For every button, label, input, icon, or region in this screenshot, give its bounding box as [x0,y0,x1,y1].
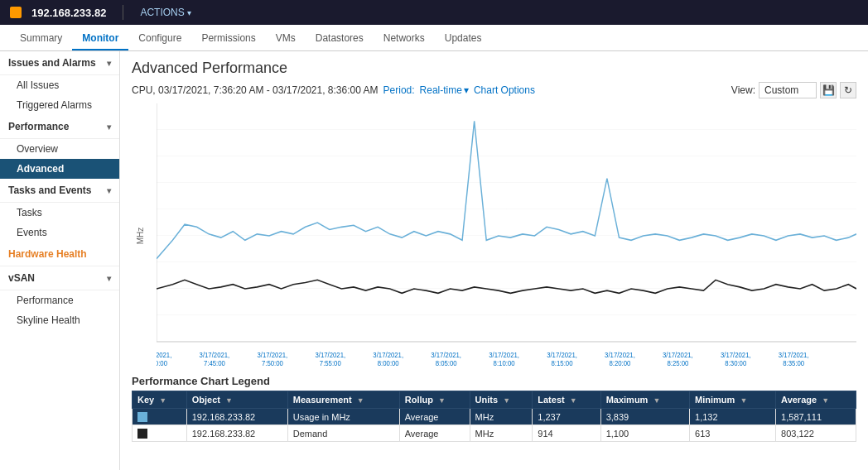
svg-text:7:55:00: 7:55:00 [320,359,341,367]
minimum-1: 1,132 [690,409,776,425]
tab-networks[interactable]: Networks [374,27,435,50]
header-divider [123,5,123,20]
sidebar-item-events[interactable]: Events [0,223,119,242]
rollup-1: Average [399,409,470,425]
color-box-blue [137,412,147,422]
actions-button[interactable]: ACTIONS ▾ [140,7,190,18]
period-caret: ▾ [464,84,469,96]
top-header: 192.168.233.82 ACTIONS ▾ [0,0,868,25]
svg-text:3/17/2021,: 3/17/2021, [663,352,693,359]
svg-text:3/17/2021,: 3/17/2021, [258,352,288,359]
host-ip: 192.168.233.82 [31,7,106,19]
object-2: 192.168.233.82 [186,425,287,442]
chevron-icon: ▾ [107,59,111,68]
sidebar-item-advanced[interactable]: Advanced [0,159,119,179]
tab-monitor[interactable]: Monitor [72,27,128,50]
sidebar-item-triggered-alarms[interactable]: Triggered Alarms [0,95,119,115]
view-label: View: [731,84,755,96]
units-2: MHz [470,425,533,442]
host-icon [10,7,22,18]
svg-text:3/17/2021,: 3/17/2021, [605,352,635,359]
minimum-2: 613 [690,425,776,442]
legend-row-1: 192.168.233.82 Usage in MHz Average MHz … [133,409,856,425]
tab-summary[interactable]: Summary [10,27,72,50]
svg-text:AM: AM [326,367,335,368]
svg-text:3/17/2021,: 3/17/2021, [547,352,577,359]
sidebar-section-issues[interactable]: Issues and Alarms ▾ [0,51,119,75]
page-title: Advanced Performance [132,60,856,77]
y-axis-label: MHz [136,228,145,245]
sidebar-section-hardware[interactable]: Hardware Health [0,242,119,266]
tab-bar: Summary Monitor Configure Permissions VM… [0,25,868,51]
sidebar-section-vsan[interactable]: vSAN ▾ [0,266,119,290]
tab-vms[interactable]: VMs [266,27,306,50]
sidebar-item-skyline-health[interactable]: Skyline Health [0,310,119,330]
svg-text:3/17/2021,: 3/17/2021, [489,352,519,359]
svg-text:8:10:00: 8:10:00 [494,359,515,367]
svg-text:AM: AM [499,367,509,368]
tab-updates[interactable]: Updates [435,27,492,50]
svg-text:AM: AM [383,367,393,368]
latest-1: 1,237 [533,409,600,425]
view-container: View: Custom 💾 ↻ [731,82,856,98]
chart-options-link[interactable]: Chart Options [474,84,535,96]
sidebar-section-tasks[interactable]: Tasks and Events ▾ [0,179,119,203]
svg-text:AM: AM [731,367,740,368]
chart-controls: CPU, 03/17/2021, 7:36:20 AM - 03/17/2021… [132,82,856,98]
content-area: Advanced Performance CPU, 03/17/2021, 7:… [120,51,868,470]
refresh-button[interactable]: ↻ [840,82,856,98]
chart-info: CPU, 03/17/2021, 7:36:20 AM - 03/17/2021… [132,84,379,96]
col-maximum[interactable]: Maximum ▼ [600,391,689,409]
col-latest[interactable]: Latest ▼ [533,391,600,409]
svg-text:3/17/2021,: 3/17/2021, [721,352,751,359]
average-1: 1,587,111 [776,409,856,425]
sidebar-item-overview[interactable]: Overview [0,139,119,159]
col-average[interactable]: Average ▼ [776,391,856,409]
chevron-icon-tasks: ▾ [107,186,111,195]
tab-datastores[interactable]: Datastores [306,27,374,50]
svg-text:7:40:00: 7:40:00 [157,359,167,367]
svg-text:8:35:00: 8:35:00 [783,359,804,367]
chevron-icon-vsan: ▾ [107,274,111,283]
actions-caret: ▾ [187,8,191,17]
svg-text:8:05:00: 8:05:00 [436,359,457,367]
col-units[interactable]: Units ▼ [470,391,533,409]
svg-text:8:25:00: 8:25:00 [667,359,688,367]
svg-text:AM: AM [788,367,798,368]
chevron-icon-perf: ▾ [107,122,111,132]
svg-text:AM: AM [441,367,451,368]
col-measurement[interactable]: Measurement ▼ [287,391,399,409]
object-1: 192.168.233.82 [186,409,287,425]
tab-configure[interactable]: Configure [128,27,191,50]
key-1 [133,409,187,425]
svg-text:3/17/2021,: 3/17/2021, [431,352,461,359]
sidebar-section-performance[interactable]: Performance ▾ [0,115,119,139]
average-2: 803,122 [776,425,856,442]
svg-text:8:20:00: 8:20:00 [609,359,630,367]
sidebar-item-all-issues[interactable]: All Issues [0,75,119,95]
sidebar-item-tasks[interactable]: Tasks [0,203,119,223]
svg-text:AM: AM [557,367,567,368]
chart-wrapper: MHz 0 500 1000 1500 [132,103,856,368]
view-select[interactable]: Custom [759,82,817,98]
col-key[interactable]: Key ▼ [133,391,187,409]
svg-text:AM: AM [673,367,683,368]
col-rollup[interactable]: Rollup ▼ [399,391,470,409]
chart-area: 0 500 1000 1500 2000 2500 3000 3500 4000… [157,103,856,368]
legend-row-2: 192.168.233.82 Demand Average MHz 914 1,… [133,425,856,442]
period-select[interactable]: Real-time ▾ [420,84,469,96]
save-view-button[interactable]: 💾 [820,82,837,98]
measurement-1: Usage in MHz [287,409,399,425]
sidebar-item-vsan-performance[interactable]: Performance [0,290,119,310]
svg-text:3/17/2021,: 3/17/2021, [200,352,230,359]
svg-text:3/17/2021,: 3/17/2021, [157,352,171,359]
svg-text:AM: AM [615,367,625,368]
col-object[interactable]: Object ▼ [186,391,287,409]
latest-2: 914 [533,425,600,442]
col-minimum[interactable]: Minimum ▼ [690,391,776,409]
tab-permissions[interactable]: Permissions [191,27,265,50]
svg-rect-1 [157,103,856,342]
main-layout: Issues and Alarms ▾ All Issues Triggered… [0,51,868,470]
svg-text:7:45:00: 7:45:00 [204,359,225,367]
units-1: MHz [470,409,533,425]
